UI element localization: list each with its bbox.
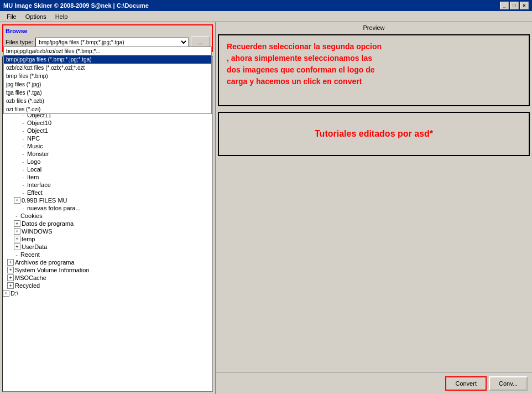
- instruction-text: Recuerden seleccionar la segunda opcion …: [227, 41, 521, 87]
- browse-button[interactable]: ...: [191, 37, 210, 48]
- tree-node-nuevas-fotos[interactable]: - nuevas fotos para...: [3, 204, 212, 212]
- tree-node-0.99b[interactable]: + 0.99B FILES MU: [3, 196, 212, 204]
- tree-node-effect[interactable]: - Effect: [3, 189, 212, 196]
- menu-file[interactable]: File: [2, 12, 21, 21]
- files-type-label: Files type:: [6, 39, 33, 45]
- close-button[interactable]: ×: [520, 2, 529, 9]
- window-buttons: _ □ ×: [500, 2, 529, 9]
- title-text: MU Image Skiner © 2008-2009 S@nek | C:\D…: [3, 2, 500, 9]
- convert-button[interactable]: Convert: [445, 376, 487, 391]
- tree-node-archivos[interactable]: + Archivos de programa: [3, 258, 212, 266]
- tree-node-npc[interactable]: - NPC: [3, 134, 212, 142]
- dropdown-item[interactable]: bmp/jpg/tga/ozb/ozi/ozt files (*.bmp;*..…: [4, 47, 211, 55]
- dropdown-item[interactable]: ozb files (*.ozb): [4, 97, 211, 105]
- bottom-bar: Convert Conv...: [216, 372, 532, 394]
- tree-node-monster[interactable]: - Monster: [3, 150, 212, 158]
- tree-node-object1[interactable]: - Object1: [3, 127, 212, 134]
- tree-node-logo[interactable]: - Logo: [3, 158, 212, 165]
- instruction-box: Recuerden seleccionar la segunda opcion …: [218, 34, 530, 106]
- tree-node-datos-programa[interactable]: + Datos de programa: [3, 220, 212, 227]
- tree-node-item[interactable]: - Item: [3, 173, 212, 181]
- tree-node-windows[interactable]: + WINDOWS: [3, 227, 212, 235]
- preview-area: Recuerden seleccionar la segunda opcion …: [216, 32, 532, 372]
- tree-node-music[interactable]: - Music: [3, 142, 212, 150]
- dropdown-item-selected[interactable]: bmp/jpg/tga files (*.bmp;*.jpg;*.tga): [4, 55, 211, 64]
- tree-node-system-volume[interactable]: + System Volume Information: [3, 266, 212, 274]
- dropdown-item[interactable]: bmp files (*.bmp): [4, 72, 211, 80]
- menu-help[interactable]: Help: [51, 12, 72, 21]
- tree-node-temp[interactable]: + temp: [3, 235, 212, 243]
- tree-node-object10[interactable]: - Object10: [3, 119, 212, 127]
- dropdown-item[interactable]: jpg files (*.jpg): [4, 80, 211, 89]
- dropdown-item[interactable]: ozi files (*.ozi): [4, 105, 211, 113]
- maximize-button[interactable]: □: [510, 2, 519, 9]
- menubar: File Options Help: [0, 11, 532, 22]
- minimize-button[interactable]: _: [500, 2, 509, 9]
- menu-options[interactable]: Options: [21, 12, 51, 21]
- files-type-row: Files type: bmp/jpg/tga files (*.bmp;*.j…: [6, 37, 210, 48]
- right-panel: Preview Recuerden seleccionar la segunda…: [216, 22, 532, 394]
- files-type-dropdown[interactable]: bmp/jpg/tga/ozb/ozi/ozt files (*.bmp;*..…: [3, 46, 212, 114]
- preview-label: Preview: [216, 23, 532, 32]
- tree-node-cookies[interactable]: - Cookies: [3, 212, 212, 220]
- tree-node-userdata[interactable]: + UserData: [3, 243, 212, 251]
- dropdown-item[interactable]: tga files (*.tga): [4, 89, 211, 97]
- main-area: Browse Files type: bmp/jpg/tga files (*.…: [0, 22, 532, 394]
- dropdown-item[interactable]: ozb/ozi/ozt files (*.ozb;*.ozi;*.ozt: [4, 64, 211, 72]
- tree-node-interface[interactable]: - Interface: [3, 181, 212, 189]
- titlebar: MU Image Skiner © 2008-2009 S@nek | C:\D…: [0, 0, 532, 11]
- files-type-select[interactable]: bmp/jpg/tga files (*.bmp;*.jpg;*.tga): [35, 38, 189, 47]
- tree-node-local[interactable]: - Local: [3, 165, 212, 173]
- tutoriales-box: Tutoriales editados por asd*: [218, 112, 530, 156]
- browse-label: Browse: [6, 28, 210, 34]
- tree-node-recent[interactable]: - Recent: [3, 251, 212, 258]
- tree-node-msocache[interactable]: + MSOCache: [3, 274, 212, 282]
- tree-node-recycled[interactable]: + Recycled: [3, 282, 212, 289]
- tutoriales-text: Tutoriales editados por asd*: [315, 129, 433, 139]
- tree-node-d-drive[interactable]: + D:\: [3, 289, 212, 297]
- browse-section: Browse Files type: bmp/jpg/tga files (*.…: [2, 24, 213, 52]
- left-panel: Browse Files type: bmp/jpg/tga files (*.…: [0, 22, 216, 394]
- conv-button[interactable]: Conv...: [489, 376, 528, 391]
